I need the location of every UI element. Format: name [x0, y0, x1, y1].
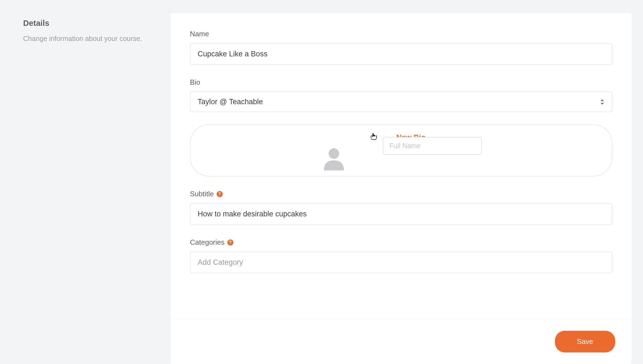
details-card: Name Bio Taylor @ Teachable [171, 13, 632, 364]
details-sidebar: Details Change information about your co… [0, 13, 171, 364]
bio-group: Bio Taylor @ Teachable New Bio ⌄ [190, 78, 612, 177]
categories-input[interactable] [190, 252, 612, 273]
subtitle-label: Subtitle ? [190, 190, 612, 198]
name-group: Name [190, 30, 612, 65]
pointer-cursor-icon [370, 133, 377, 142]
bio-selected-value: Taylor @ Teachable [198, 98, 263, 106]
new-bio-name-input[interactable]: Full Name [383, 137, 482, 155]
select-caret-icon [600, 99, 605, 105]
name-input[interactable] [190, 43, 612, 65]
partial-control-right [428, 176, 527, 177]
help-icon[interactable]: ? [217, 191, 223, 197]
bio-label: Bio [190, 78, 612, 87]
avatar-placeholder-icon [321, 144, 347, 170]
bio-select[interactable]: Taylor @ Teachable [190, 92, 612, 112]
svg-point-1 [328, 148, 339, 159]
save-button[interactable]: Save [555, 331, 615, 352]
new-bio-panel[interactable]: New Bio ⌄ Full Name [190, 124, 612, 177]
subtitle-group: Subtitle ? [190, 190, 612, 225]
card-body: Name Bio Taylor @ Teachable [171, 13, 632, 319]
categories-group: Categories ? [190, 238, 612, 273]
section-subtitle: Change information about your course. [23, 34, 171, 43]
name-label: Name [190, 30, 612, 38]
help-icon[interactable]: ? [227, 239, 233, 246]
subtitle-input[interactable] [190, 203, 612, 225]
categories-label: Categories ? [190, 238, 612, 247]
card-footer: Save [171, 319, 632, 364]
section-title: Details [23, 19, 171, 28]
